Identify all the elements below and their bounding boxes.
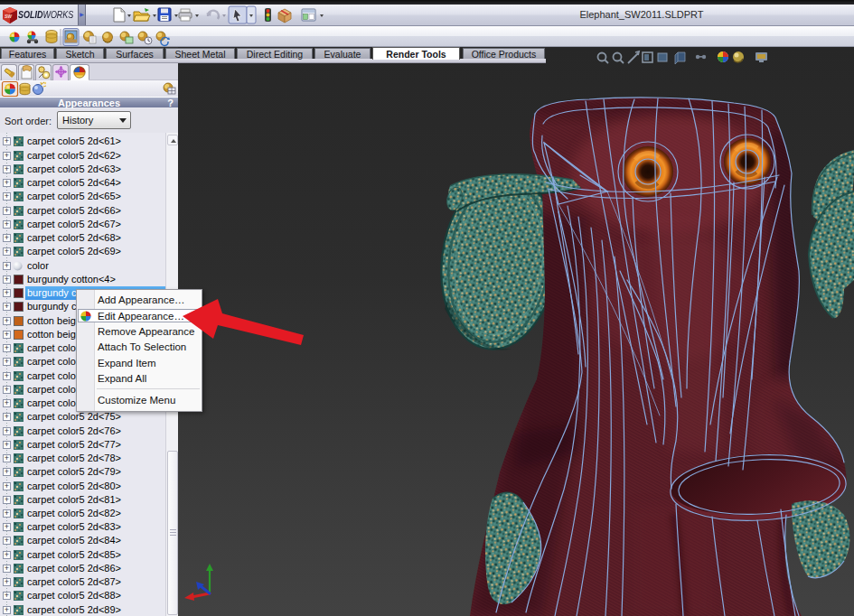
svg-text:SW: SW	[5, 14, 13, 19]
